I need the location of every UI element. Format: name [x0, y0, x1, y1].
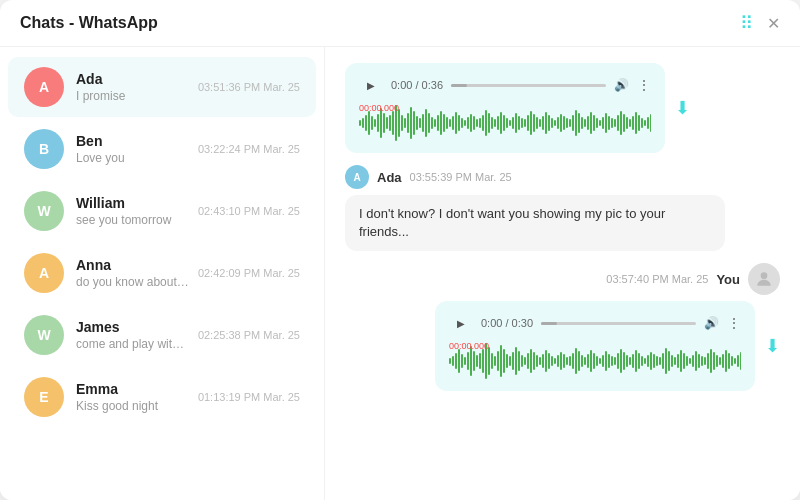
sidebar-item-william[interactable]: W William see you tomorrow 02:43:10 PM M… [8, 181, 316, 241]
chat-time-william: 02:43:10 PM Mar. 25 [198, 205, 300, 217]
avatar-emma: E [24, 377, 64, 417]
title-bar: Chats - WhatsApp ⠿ ✕ [0, 0, 800, 47]
more-icon-2[interactable]: ⋮ [727, 315, 741, 331]
audio-bubble-2: ▶ 0:00 / 0:30 🔊 ⋮ [435, 301, 755, 391]
audio-progress-1[interactable] [451, 84, 606, 87]
chat-info-anna: Anna do you know about that [76, 257, 190, 289]
chat-time-ada: 03:51:36 PM Mar. 25 [198, 81, 300, 93]
outgoing-meta: 03:57:40 PM Mar. 25 You [606, 263, 780, 295]
download-icon-1[interactable]: ⬇ [675, 97, 690, 119]
sidebar-item-james[interactable]: W James come and play with me 02:25:38 P… [8, 305, 316, 365]
chat-info-ada: Ada I promise [76, 71, 190, 103]
chat-name-anna: Anna [76, 257, 190, 273]
chat-time-ben: 03:22:24 PM Mar. 25 [198, 143, 300, 155]
page-title: Chats - WhatsApp [20, 14, 158, 32]
chat-info-james: James come and play with me [76, 319, 190, 351]
message-meta-1: A Ada 03:55:39 PM Mar. 25 [345, 165, 512, 189]
chat-time-emma: 01:13:19 PM Mar. 25 [198, 391, 300, 403]
outgoing-you-label: You [716, 272, 740, 287]
chat-time-james: 02:25:38 PM Mar. 25 [198, 329, 300, 341]
svg-point-0 [761, 273, 768, 280]
play-button-1[interactable]: ▶ [359, 73, 383, 97]
chat-name-william: William [76, 195, 190, 211]
incoming-audio-row: ▶ 0:00 / 0:36 🔊 ⋮ [345, 63, 780, 153]
chat-preview-anna: do you know about that [76, 275, 190, 289]
title-bar-controls: ⠿ ✕ [740, 12, 780, 34]
chat-name-james: James [76, 319, 190, 335]
sidebar-item-anna[interactable]: A Anna do you know about that 02:42:09 P… [8, 243, 316, 303]
audio-time-1: 0:00 / 0:36 [391, 79, 443, 91]
chat-preview-ada: I promise [76, 89, 190, 103]
avatar-ben: B [24, 129, 64, 169]
incoming-message-row: A Ada 03:55:39 PM Mar. 25 I don't know? … [345, 165, 780, 251]
sidebar-item-emma[interactable]: E Emma Kiss good night 01:13:19 PM Mar. … [8, 367, 316, 427]
chat-info-emma: Emma Kiss good night [76, 381, 190, 413]
avatar-william: W [24, 191, 64, 231]
download-icon-2[interactable]: ⬇ [765, 335, 780, 357]
sidebar: A Ada I promise 03:51:36 PM Mar. 25 B Be… [0, 47, 325, 500]
chat-name-ben: Ben [76, 133, 190, 149]
audio-progress-2[interactable] [541, 322, 696, 325]
play-button-2[interactable]: ▶ [449, 311, 473, 335]
message-timestamp-1: 03:55:39 PM Mar. 25 [410, 171, 512, 183]
chat-preview-ben: Love you [76, 151, 190, 165]
avatar-ada: A [24, 67, 64, 107]
audio-controls-1: ▶ 0:00 / 0:36 🔊 ⋮ [359, 73, 651, 97]
chat-time-anna: 02:42:09 PM Mar. 25 [198, 267, 300, 279]
avatar-ada: A [345, 165, 369, 189]
app-window: Chats - WhatsApp ⠿ ✕ A Ada I promise 03:… [0, 0, 800, 500]
chat-name-ada: Ada [76, 71, 190, 87]
audio-bubble-1: ▶ 0:00 / 0:36 🔊 ⋮ [345, 63, 665, 153]
avatar-james: W [24, 315, 64, 355]
more-icon-1[interactable]: ⋮ [637, 77, 651, 93]
message-sender: Ada [377, 170, 402, 185]
volume-icon-2[interactable]: 🔊 [704, 316, 719, 330]
main-content: A Ada I promise 03:51:36 PM Mar. 25 B Be… [0, 47, 800, 500]
grid-icon[interactable]: ⠿ [740, 12, 755, 34]
outgoing-timestamp: 03:57:40 PM Mar. 25 [606, 273, 708, 285]
chat-preview-james: come and play with me [76, 337, 190, 351]
chat-area: ▶ 0:00 / 0:36 🔊 ⋮ [325, 47, 800, 500]
waveform-1 [359, 103, 651, 143]
chat-name-emma: Emma [76, 381, 190, 397]
sidebar-item-ben[interactable]: B Ben Love you 03:22:24 PM Mar. 25 [8, 119, 316, 179]
chat-info-william: William see you tomorrow [76, 195, 190, 227]
outgoing-avatar [748, 263, 780, 295]
audio-controls-2: ▶ 0:00 / 0:30 🔊 ⋮ [449, 311, 741, 335]
audio-time-2: 0:00 / 0:30 [481, 317, 533, 329]
waveform-2 [449, 341, 741, 381]
message-bubble-1: I don't know? I don't want you showing m… [345, 195, 725, 251]
close-icon[interactable]: ✕ [767, 14, 780, 33]
chat-preview-william: see you tomorrow [76, 213, 190, 227]
chat-preview-emma: Kiss good night [76, 399, 190, 413]
chat-info-ben: Ben Love you [76, 133, 190, 165]
volume-icon-1[interactable]: 🔊 [614, 78, 629, 92]
avatar-anna: A [24, 253, 64, 293]
sidebar-item-ada[interactable]: A Ada I promise 03:51:36 PM Mar. 25 [8, 57, 316, 117]
outgoing-audio-row: 03:57:40 PM Mar. 25 You ▶ [345, 263, 780, 391]
